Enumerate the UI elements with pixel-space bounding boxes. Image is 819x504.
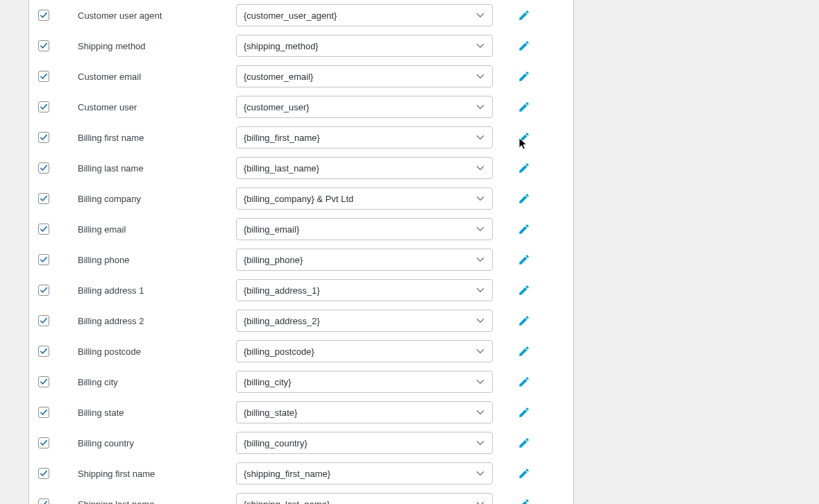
field-value-select[interactable]: {billing_last_name} <box>236 157 493 179</box>
field-value-select[interactable]: {billing_postcode} <box>236 340 493 362</box>
chevron-down-icon <box>474 284 487 296</box>
field-value-select[interactable]: {customer_user_agent} <box>236 4 493 26</box>
edit-button[interactable] <box>517 436 531 450</box>
checkbox-cell <box>29 376 78 387</box>
edit-cell <box>493 497 569 504</box>
field-value-text: {customer_user} <box>244 102 310 112</box>
select-cell: {shipping_last_name} <box>236 493 493 504</box>
field-checkbox[interactable] <box>38 10 49 21</box>
edit-button[interactable] <box>517 222 531 236</box>
edit-button[interactable] <box>517 161 531 175</box>
chevron-down-icon <box>474 162 487 174</box>
field-label: Billing first name <box>78 133 236 143</box>
field-checkbox[interactable] <box>38 346 49 357</box>
edit-button[interactable] <box>517 8 531 22</box>
edit-cell <box>493 467 569 480</box>
field-value-text: {customer_email} <box>244 72 313 82</box>
edit-cell <box>493 283 569 297</box>
field-checkbox[interactable] <box>38 254 49 265</box>
edit-button[interactable] <box>517 344 531 358</box>
pencil-icon <box>518 345 530 358</box>
field-checkbox[interactable] <box>38 40 49 51</box>
checkbox-cell <box>29 10 78 21</box>
edit-cell <box>493 69 569 83</box>
edit-button[interactable] <box>517 253 531 267</box>
field-value-select[interactable]: {billing_state} <box>236 401 493 423</box>
field-value-select[interactable]: {billing_first_name} <box>236 126 493 149</box>
field-value-text: {billing_country} <box>244 438 307 448</box>
pencil-icon <box>518 70 530 83</box>
select-cell: {billing_state} <box>236 401 493 423</box>
select-cell: {billing_address_2} <box>236 310 493 332</box>
edit-button[interactable] <box>517 192 531 205</box>
field-label: Billing address 1 <box>78 285 236 296</box>
field-value-select[interactable]: {shipping_method} <box>236 35 493 57</box>
edit-button[interactable] <box>517 375 531 389</box>
field-checkbox[interactable] <box>38 468 49 479</box>
edit-button[interactable] <box>517 314 531 328</box>
field-checkbox[interactable] <box>38 162 49 174</box>
field-checkbox[interactable] <box>38 376 49 387</box>
field-checkbox[interactable] <box>38 315 49 326</box>
edit-button[interactable] <box>517 467 531 480</box>
field-value-select[interactable]: {billing_city} <box>236 371 493 393</box>
select-cell: {customer_email} <box>236 65 493 87</box>
field-checkbox[interactable] <box>38 193 49 204</box>
field-checkbox[interactable] <box>38 101 49 112</box>
chevron-down-icon <box>474 40 487 52</box>
field-checkbox[interactable] <box>38 437 49 448</box>
select-cell: {billing_email} <box>236 218 493 240</box>
field-row: Billing country{billing_country} <box>29 428 573 458</box>
pencil-icon <box>518 9 530 22</box>
field-checkbox[interactable] <box>38 224 49 235</box>
chevron-down-icon <box>474 345 487 358</box>
chevron-down-icon <box>474 406 487 419</box>
field-row: Billing postcode{billing_postcode} <box>29 336 573 367</box>
field-label: Customer user agent <box>78 10 236 21</box>
checkbox-cell <box>29 132 78 143</box>
field-row: Billing last name{billing_last_name} <box>29 153 573 183</box>
edit-button[interactable] <box>517 283 531 297</box>
edit-button[interactable] <box>517 405 531 419</box>
field-row: Billing city{billing_city} <box>29 367 573 397</box>
field-value-text: {billing_city} <box>244 377 292 387</box>
field-label: Billing company <box>78 194 236 204</box>
field-value-select[interactable]: {billing_phone} <box>236 249 493 271</box>
chevron-down-icon <box>474 253 487 266</box>
field-checkbox[interactable] <box>38 132 49 143</box>
field-label: Shipping last name <box>78 499 236 505</box>
field-value-select[interactable]: {billing_address_1} <box>236 279 493 301</box>
pencil-icon <box>518 162 530 174</box>
edit-button[interactable] <box>517 131 531 144</box>
field-value-text: {billing_address_2} <box>244 316 320 326</box>
checkbox-cell <box>29 193 78 204</box>
checkbox-cell <box>29 346 78 357</box>
field-checkbox[interactable] <box>38 71 49 82</box>
field-label: Billing city <box>78 377 236 387</box>
field-row: Billing email{billing_email} <box>29 214 573 244</box>
field-value-select[interactable]: {billing_email} <box>236 218 493 240</box>
field-value-select[interactable]: {shipping_first_name} <box>236 462 493 485</box>
field-value-select[interactable]: {billing_company} & Pvt Ltd <box>236 187 493 210</box>
field-value-select[interactable]: {customer_email} <box>236 65 493 87</box>
edit-button[interactable] <box>517 100 531 114</box>
field-value-select[interactable]: {customer_user} <box>236 96 493 118</box>
edit-cell <box>493 131 569 144</box>
field-checkbox[interactable] <box>38 285 49 296</box>
select-cell: {billing_first_name} <box>236 126 493 149</box>
edit-button[interactable] <box>517 497 531 504</box>
field-label: Billing country <box>78 438 236 448</box>
field-checkbox[interactable] <box>38 407 49 418</box>
edit-cell <box>493 192 569 205</box>
field-value-select[interactable]: {shipping_last_name} <box>236 493 493 504</box>
checkbox-cell <box>29 101 78 112</box>
field-label: Billing postcode <box>78 346 236 357</box>
field-row: Customer user{customer_user} <box>29 92 573 122</box>
checkbox-cell <box>29 254 78 265</box>
edit-button[interactable] <box>517 39 531 53</box>
field-value-select[interactable]: {billing_address_2} <box>236 310 493 332</box>
edit-button[interactable] <box>517 69 531 83</box>
edit-cell <box>493 314 569 328</box>
field-value-select[interactable]: {billing_country} <box>236 432 493 454</box>
field-checkbox[interactable] <box>38 498 49 504</box>
